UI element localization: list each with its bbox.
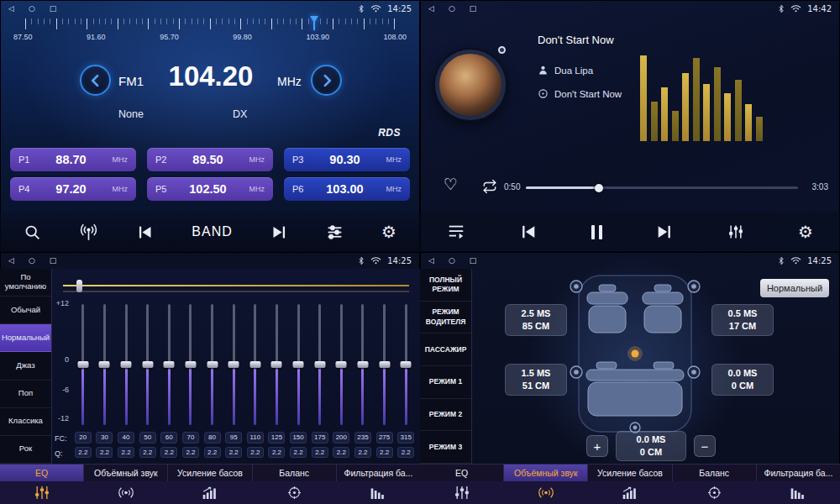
tab-bass[interactable]: Усиление басов: [588, 465, 672, 481]
slider-handle[interactable]: [142, 361, 153, 368]
eq-band-slider[interactable]: [309, 304, 331, 425]
radio-preset-p4[interactable]: P497.20MHz: [10, 177, 136, 201]
nav-back-icon[interactable]: ◁: [428, 4, 434, 13]
surround-mode-1[interactable]: РЕЖИМ ВОДИТЕЛЯ: [420, 302, 471, 334]
nav-recents-icon[interactable]: □: [470, 256, 477, 265]
surround-mode-5[interactable]: РЕЖИМ 3: [420, 431, 471, 464]
balance-icon[interactable]: [252, 481, 336, 504]
slider-handle[interactable]: [379, 361, 390, 368]
tab-eq[interactable]: EQ: [0, 465, 84, 481]
tab-balance[interactable]: Баланс: [673, 465, 757, 481]
playlist-icon[interactable]: [447, 223, 465, 241]
slider-handle[interactable]: [293, 361, 304, 368]
previous-station-icon[interactable]: [136, 223, 154, 241]
tune-up-button[interactable]: [311, 65, 342, 96]
search-icon[interactable]: [24, 223, 41, 241]
eq-preset-2[interactable]: Нормальный: [0, 324, 51, 352]
eq-band-slider[interactable]: [352, 304, 374, 425]
eq-preset-0[interactable]: По умолчанию: [0, 269, 51, 297]
surround-sound-icon[interactable]: [84, 481, 168, 504]
settings-icon[interactable]: ⚙: [381, 223, 396, 240]
surround-mode-2[interactable]: ПАССАЖИР: [420, 333, 471, 366]
eq-band-slider[interactable]: [202, 304, 223, 425]
slider-handle[interactable]: [228, 361, 239, 368]
eq-band-slider[interactable]: [72, 304, 94, 425]
surround-mode-3[interactable]: РЕЖИМ 1: [420, 366, 471, 399]
slider-handle[interactable]: [185, 361, 196, 368]
previous-track-icon[interactable]: [519, 223, 538, 241]
eq-band-slider[interactable]: [223, 304, 244, 425]
nav-recents-icon[interactable]: □: [50, 256, 57, 265]
slider-handle[interactable]: [164, 361, 175, 368]
eq-band-slider[interactable]: [244, 304, 266, 425]
tab-surround[interactable]: Объёмный звук: [504, 465, 588, 481]
pause-button[interactable]: [591, 225, 602, 239]
eq-band-slider[interactable]: [395, 304, 417, 425]
eq-sliders-icon[interactable]: [0, 481, 84, 504]
progress-knob[interactable]: [595, 184, 603, 192]
eq-band-slider[interactable]: [94, 304, 116, 425]
band-button[interactable]: BAND: [192, 224, 232, 239]
tab-eq[interactable]: EQ: [420, 465, 504, 481]
favorite-icon[interactable]: ♡: [444, 175, 458, 193]
slider-handle[interactable]: [99, 361, 110, 368]
delay-increase-button[interactable]: +: [586, 435, 608, 457]
eq-sliders-icon[interactable]: [420, 481, 504, 504]
nav-home-icon[interactable]: ○: [29, 256, 35, 265]
filter-icon[interactable]: [336, 481, 420, 504]
eq-preset-3[interactable]: Джаз: [0, 352, 51, 380]
master-level-slider[interactable]: [63, 280, 409, 292]
eq-sliders-icon[interactable]: [727, 223, 744, 240]
slider-handle[interactable]: [207, 361, 218, 368]
filter-icon[interactable]: [756, 481, 840, 504]
tab-balance[interactable]: Баланс: [253, 465, 337, 481]
eq-settings-icon[interactable]: [326, 223, 344, 241]
bass-boost-icon[interactable]: [588, 481, 672, 504]
eq-band-slider[interactable]: [374, 304, 396, 425]
surround-mode-0[interactable]: ПОЛНЫЙ РЕЖИМ: [420, 269, 471, 302]
eq-preset-4[interactable]: Поп: [0, 381, 51, 408]
surround-mode-4[interactable]: РЕЖИМ 2: [420, 399, 471, 432]
eq-band-slider[interactable]: [180, 304, 202, 425]
slider-handle[interactable]: [121, 361, 132, 368]
eq-band-slider[interactable]: [266, 304, 288, 425]
slider-handle[interactable]: [249, 361, 260, 368]
repeat-icon[interactable]: [482, 179, 497, 194]
progress-bar[interactable]: [526, 186, 798, 189]
nav-home-icon[interactable]: ○: [449, 256, 455, 265]
radio-preset-p3[interactable]: P390.30MHz: [284, 148, 410, 171]
nav-recents-icon[interactable]: □: [470, 4, 477, 13]
settings-icon[interactable]: ⚙: [798, 223, 813, 240]
radio-preset-p2[interactable]: P289.50MHz: [147, 148, 273, 171]
surround-sound-icon[interactable]: [504, 481, 588, 504]
master-slider-handle[interactable]: [76, 280, 82, 292]
nav-back-icon[interactable]: ◁: [8, 4, 14, 13]
slider-handle[interactable]: [401, 361, 412, 368]
eq-band-slider[interactable]: [159, 304, 181, 425]
broadcast-icon[interactable]: [79, 223, 98, 242]
radio-preset-p5[interactable]: P5102.50MHz: [147, 177, 273, 201]
eq-band-slider[interactable]: [287, 304, 309, 425]
bass-boost-icon[interactable]: [168, 481, 252, 504]
next-station-icon[interactable]: [270, 223, 288, 241]
radio-preset-p1[interactable]: P188.70MHz: [10, 148, 136, 171]
frequency-ruler[interactable]: 87.50 91.60 95.70 99.80 103.90 108.00: [25, 18, 395, 49]
eq-preset-1[interactable]: Обычай: [0, 297, 51, 324]
frequency-pointer[interactable]: [310, 16, 318, 23]
nav-recents-icon[interactable]: □: [50, 4, 57, 13]
nav-back-icon[interactable]: ◁: [8, 256, 14, 265]
slider-handle[interactable]: [77, 361, 88, 368]
eq-band-slider[interactable]: [115, 304, 137, 425]
slider-handle[interactable]: [271, 361, 282, 368]
balance-icon[interactable]: [672, 481, 756, 504]
tab-bass[interactable]: Усиление басов: [168, 465, 252, 481]
slider-handle[interactable]: [357, 361, 368, 368]
eq-band-slider[interactable]: [137, 304, 159, 425]
tune-down-button[interactable]: [80, 65, 111, 96]
radio-preset-p6[interactable]: P6103.00MHz: [284, 177, 410, 201]
tab-filter[interactable]: Фильтрация ба...: [337, 465, 420, 481]
tab-surround[interactable]: Объёмный звук: [84, 465, 168, 481]
eq-preset-5[interactable]: Классика: [0, 408, 51, 436]
nav-home-icon[interactable]: ○: [449, 4, 455, 13]
profile-button[interactable]: Нормальный: [760, 279, 829, 297]
